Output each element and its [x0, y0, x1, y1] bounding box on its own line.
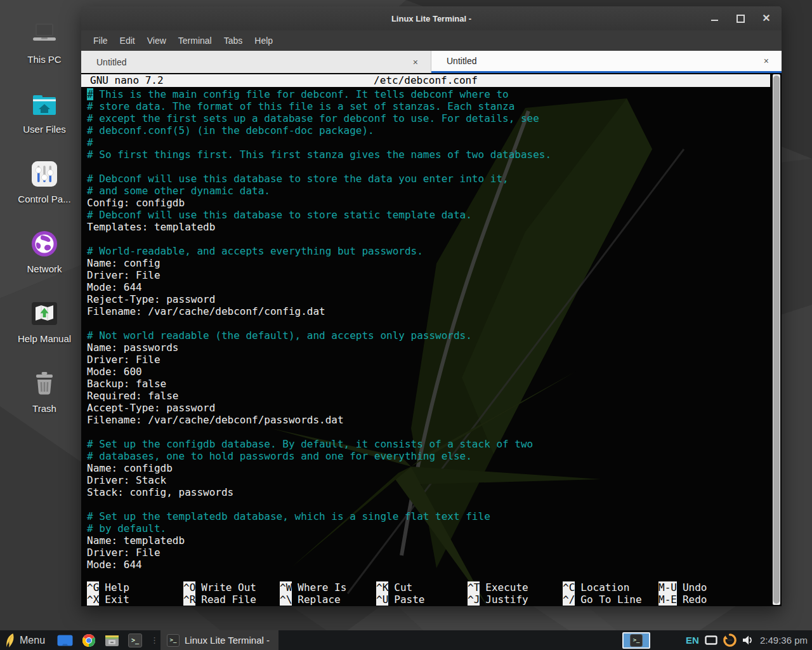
nano-shortcut: ^CLocation — [563, 581, 642, 594]
editor-line: Name: config — [87, 257, 765, 269]
nano-shortcut: ^KCut — [376, 581, 424, 594]
menu-button-label[interactable]: Menu — [20, 635, 45, 646]
update-refresh-icon — [723, 633, 737, 647]
menu-item[interactable]: Tabs — [224, 36, 243, 46]
folder-home-icon — [29, 89, 60, 119]
nano-shortcut-column: ^GHelp ^XExit — [87, 581, 129, 606]
nano-shortcut-column: ^KCut ^UPaste — [376, 581, 424, 606]
nano-shortcut-column: M-UUndo M-ERedo — [658, 581, 707, 606]
window-switcher-preview[interactable]: >_ — [622, 632, 650, 649]
editor-line: # except the first sets up a database fo… — [87, 112, 765, 124]
editor-line: # by default. — [87, 522, 765, 534]
desktop-icon-help-manual[interactable]: Help Manual — [0, 298, 89, 344]
editor-line: Mode: 644 — [87, 559, 765, 571]
terminal-scrollbar — [773, 74, 780, 605]
nano-shortcut-column: ^CLocation ^/Go To Line — [563, 581, 642, 606]
desktop-icon-label: User Files — [23, 124, 66, 135]
editor-line: Backup: false — [87, 378, 765, 390]
desktop-root: { "window": { "title": "Linux Lite Termi… — [0, 0, 812, 650]
menu-item[interactable]: Terminal — [178, 36, 212, 46]
nano-shortcut-column: ^TExecute ^JJustify — [468, 581, 528, 606]
maximize-button[interactable] — [735, 13, 745, 23]
menu-item[interactable]: Edit — [120, 36, 135, 46]
nano-shortcut-bar: ^GHelp ^XExit ^OWrite Out ^RRead File ^W… — [87, 581, 769, 606]
window-titlebar[interactable]: Linux Lite Terminal - ✕ — [81, 6, 782, 30]
menu-button[interactable] — [4, 633, 15, 648]
computer-icon — [29, 19, 60, 50]
editor-line: Name: passwords — [87, 342, 765, 354]
scrollbar-thumb[interactable] — [773, 76, 780, 604]
editor-line: # debconf.conf(5) (in the debconf-doc pa… — [87, 124, 765, 136]
editor-line: Templates: templatedb — [87, 221, 765, 233]
keyboard-layout-indicator[interactable]: EN — [686, 635, 699, 646]
tab-untitled-1[interactable]: Untitled × — [81, 51, 431, 73]
tab-label: Untitled — [96, 57, 126, 67]
trash-icon — [29, 368, 60, 399]
desktop-icon-this-pc[interactable]: This PC — [0, 19, 89, 65]
window-title: Linux Lite Terminal - — [81, 14, 782, 23]
tab-close-icon[interactable]: × — [412, 57, 419, 67]
editor-line: Stack: config, passwords — [87, 486, 765, 498]
close-button[interactable]: ✕ — [761, 13, 771, 23]
nano-shortcut: M-UUndo — [658, 581, 707, 594]
desktop-icon-control-panel[interactable]: Control Pa... — [0, 159, 89, 204]
nano-version: GNU nano 7.2 — [90, 74, 164, 87]
taskbar: Menu >_ ⋮ >_ Linux Lite Terminal — [0, 630, 812, 650]
editor-line: Reject-Type: password — [87, 293, 765, 305]
chrome-icon — [82, 633, 96, 647]
nano-shortcut: ^/Go To Line — [563, 594, 642, 606]
editor-line — [87, 317, 765, 329]
terminal-icon: >_ — [167, 634, 180, 647]
show-desktop-launcher[interactable] — [57, 635, 73, 646]
tab-close-icon[interactable]: × — [763, 56, 770, 66]
tab-untitled-2[interactable]: Untitled × — [431, 51, 782, 73]
file-manager-launcher[interactable] — [105, 633, 119, 647]
network-globe-icon — [29, 229, 60, 259]
display-settings-tray[interactable] — [705, 635, 717, 646]
editor-line: # So first things first. This first stan… — [87, 149, 765, 161]
terminal-icon: >_ — [128, 633, 142, 647]
desktop-icon-user-files[interactable]: User Files — [0, 89, 89, 135]
minimize-button[interactable] — [709, 13, 719, 23]
nano-shortcut: ^JJustify — [468, 594, 528, 606]
nano-shortcut-column: ^OWrite Out ^RRead File — [183, 581, 256, 606]
editor-line: # Debconf will use this database to stor… — [87, 173, 765, 185]
menu-item[interactable]: File — [93, 36, 108, 46]
nano-shortcut: ^UPaste — [376, 594, 424, 606]
chrome-launcher[interactable] — [82, 633, 96, 647]
desktop-icon-trash[interactable]: Trash — [0, 368, 89, 414]
close-icon: ✕ — [762, 13, 770, 23]
terminal-launcher[interactable]: >_ — [128, 633, 142, 647]
desktop-window-icon — [57, 635, 73, 646]
minimize-icon — [711, 20, 718, 21]
volume-tray[interactable] — [742, 635, 754, 646]
editor-line: Filename: /var/cache/debconf/passwords.d… — [87, 414, 765, 426]
clock[interactable]: 2:49:36 pm — [760, 635, 808, 646]
nano-shortcut: ^OWrite Out — [183, 581, 256, 594]
nano-shortcut: ^GHelp — [87, 581, 129, 594]
editor-line: # This is the main config file for debco… — [87, 88, 765, 100]
menu-item[interactable]: View — [147, 36, 166, 46]
desktop-icon-network[interactable]: Network — [0, 229, 89, 274]
nano-shortcut: ^TExecute — [468, 581, 528, 594]
terminal-screen[interactable]: GNU nano 7.2 /etc/debconf.conf # This is… — [81, 73, 782, 606]
display-icon — [705, 635, 717, 646]
menu-item[interactable]: Help — [254, 36, 273, 46]
task-button-linux-lite-terminal[interactable]: >_ Linux Lite Terminal - — [160, 630, 278, 650]
nano-buffer: # This is the main config file for debco… — [87, 88, 765, 571]
editor-line: # store data. The format of this file is… — [87, 100, 765, 112]
update-notifier-tray[interactable] — [723, 633, 737, 647]
nano-shortcut: M-ERedo — [658, 594, 707, 606]
editor-line: Driver: File — [87, 354, 765, 366]
editor-line: Accept-Type: password — [87, 402, 765, 414]
window-menubar: FileEditViewTerminalTabsHelp — [81, 30, 782, 51]
nano-shortcut-column: ^WWhere Is ^\Replace — [280, 581, 346, 606]
editor-line: Name: templatedb — [87, 534, 765, 547]
nano-shortcut: ^\Replace — [280, 594, 346, 606]
editor-line: Driver: Stack — [87, 474, 765, 486]
nano-file-path: /etc/debconf.conf — [374, 74, 478, 87]
help-manual-icon — [29, 298, 60, 329]
editor-line — [87, 161, 765, 173]
editor-line: # Set up the templatedb database, which … — [87, 510, 765, 522]
task-button-label: Linux Lite Terminal - — [185, 635, 270, 646]
